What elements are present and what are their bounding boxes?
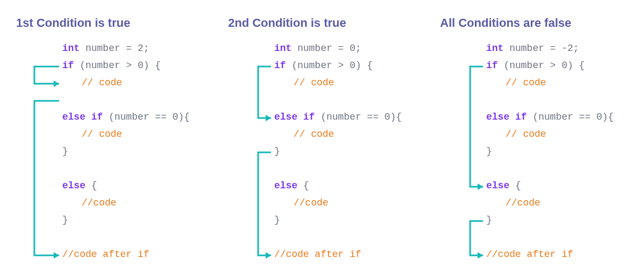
panel-title: All Conditions are false: [440, 16, 644, 30]
code-block: int number = 2;if (number > 0) {// codee…: [16, 40, 220, 263]
panel-title: 1st Condition is true: [16, 16, 220, 30]
code-block: int number = 0;if (number > 0) {// codee…: [228, 40, 432, 263]
diagram-panel-1: 2nd Condition is trueint number = 0;if (…: [228, 16, 432, 263]
diagram-panel-0: 1st Condition is trueint number = 2;if (…: [16, 16, 220, 263]
panel-title: 2nd Condition is true: [228, 16, 432, 30]
code-block: int number = -2;if (number > 0) {// code…: [440, 40, 644, 263]
diagram-panel-2: All Conditions are falseint number = -2;…: [440, 16, 644, 263]
